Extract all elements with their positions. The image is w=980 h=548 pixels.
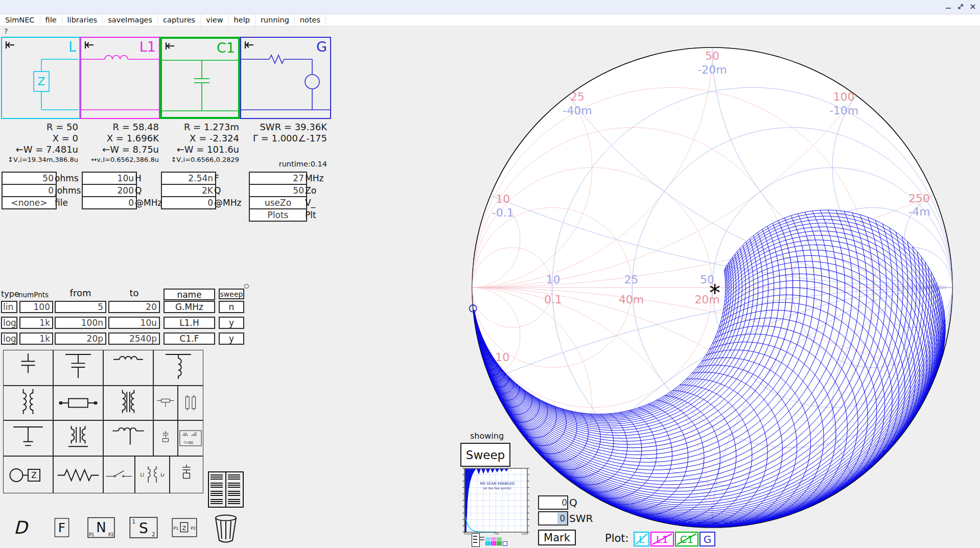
palette-item-list-box[interactable] [208,471,244,508]
sweep-row-2-to[interactable]: 2540p [108,332,160,345]
plot-toggle-l1[interactable]: L1 [650,532,674,546]
smith-rim-label-r-0: 50 [705,50,719,62]
block-G-readout-1: Γ = 1.000∠-175 [199,133,327,144]
palette-item-cap-series[interactable] [3,350,53,386]
plot-toggle-g[interactable]: G [699,532,715,546]
palette-item-ind-shunt[interactable] [153,350,203,386]
palette-item-coil-pair[interactable] [3,386,53,420]
block-G-field-MHz[interactable]: 27 [249,172,307,185]
plot-toggle-l[interactable]: L [634,532,649,546]
swr-input[interactable]: 0 [538,511,568,526]
sweep-row-2-name[interactable]: C1.F [164,332,215,345]
sweep-button[interactable]: Sweep [460,443,510,467]
block-L1-field-Q[interactable]: 200 [82,184,137,197]
menu-item-view[interactable]: view [201,14,228,26]
block-C1-field-F[interactable]: 2.54n [161,172,216,185]
block-L1-field-MHz[interactable]: 0 [82,196,137,209]
smith-chart[interactable]: 50-20m25-40m100-10m10-0.1250-4m10100.125… [467,42,958,533]
palette-item-tline-stub[interactable] [153,386,178,420]
q-input[interactable]: 0 [538,495,568,510]
palette-item-l-pair[interactable]: LlLr [135,456,170,493]
palette-item-mutual[interactable]: LaLbCa [178,420,203,456]
palette-item-cap-shunt[interactable] [53,350,103,386]
sweep-row-2-numpnts[interactable]: 1k [19,332,53,345]
menu-item-help[interactable]: help [229,14,255,26]
sweep-row-2-from[interactable]: 20p [55,332,106,345]
block-L-field-johms[interactable]: 0 [2,184,57,197]
menu-item-simnec[interactable]: SimNEC [0,14,40,26]
palette-item-stub-open[interactable] [3,420,53,456]
plot-label: Plot: [605,532,629,544]
palette-item-s-box[interactable]: 1S2 [125,512,162,543]
palette-item-twin-lines[interactable] [178,386,203,420]
sweep-row-0-type[interactable]: lin [1,301,17,313]
simnec-app: { "window": { "buttons": [ {"name": "min… [0,0,980,548]
palette-item-tline[interactable] [53,386,103,420]
strike-line [635,533,648,545]
palette-item-n-port[interactable]: P1NP2 [83,512,120,543]
sweep-row-0-numpnts[interactable]: 100 [19,301,53,313]
palette-item-cap-line[interactable] [153,420,178,456]
sweep-row-1-name[interactable]: L1.H [164,317,215,329]
block-C1-field-MHz[interactable]: 0 [161,196,216,209]
cap-shunt-icon [54,350,103,385]
block-G[interactable]: G [240,37,331,119]
menu-item-notes[interactable]: notes [295,14,326,26]
block-L-field-file[interactable]: <none> [2,196,57,209]
palette-item-xformer[interactable] [53,420,103,456]
menu-item-libraries[interactable]: libraries [62,14,103,26]
plot-toggle-c1[interactable]: C1 [675,532,698,546]
mark-button[interactable]: Mark [538,530,576,545]
block-G-field-Plt[interactable]: Plots [249,208,307,222]
block-C1-field-Q[interactable]: 2K [161,184,216,197]
sweep-row-0-sweep[interactable]: n [219,301,244,313]
tline-stub-icon [154,386,177,420]
block-G-field-V[interactable]: useZo [249,196,307,209]
block-G-detail: runtime:0.14 [199,160,327,168]
mini-plot-xtick-2: 30000 [521,533,528,535]
legend-swatch-pale-0 [485,537,491,541]
sweep-row-1-numpnts[interactable]: 1k [19,317,53,329]
close-button[interactable] [968,2,978,11]
block-G-field-Zo[interactable]: 50 [249,184,307,197]
palette-item-cap-stub[interactable] [170,456,203,493]
palette-item-source-z[interactable]: Z [3,456,53,493]
help-hint[interactable]: ? [4,27,8,35]
menu-item-file[interactable]: file [40,14,62,26]
sweep-row-0-to[interactable]: 20 [108,301,160,313]
sweep-row-2-sweep[interactable]: y [219,332,244,345]
sweep-row-0-name[interactable]: G.MHz [164,301,215,313]
maximize-button[interactable] [955,2,966,11]
smith-rim-label-r-3: 10 [496,193,510,205]
block-L1-field-H[interactable]: 10u [82,172,137,185]
sweep-header-from: from [55,288,106,298]
sweep-row-1-to[interactable]: 10u [108,317,160,329]
legend-layers-icon[interactable] [472,533,480,547]
palette-item-f-box[interactable]: F [46,512,78,543]
window-titlebar [0,0,980,14]
sweep-row-0-from[interactable]: 5 [55,301,106,313]
block-L[interactable]: ZL [1,37,80,119]
palette-item-z-port[interactable]: P1ZP2 [168,512,201,543]
menu-item-captures[interactable]: captures [158,14,201,26]
sweep-row-2-type[interactable]: log [1,332,17,345]
palette-item-coil-pair-core[interactable] [103,386,153,420]
block-L1[interactable]: L1 [80,37,160,119]
sweep-row-1-sweep[interactable]: y [219,317,244,329]
palette-item-switch[interactable] [103,456,135,493]
palette-item-resistor[interactable] [53,456,103,493]
palette-item-diode-d[interactable]: D [4,512,37,543]
menu-item-running[interactable]: running [255,14,295,26]
block-C1-label: C1 [217,40,235,56]
palette-item-coil-tap[interactable] [103,420,153,456]
minimize-button[interactable] [943,2,953,11]
mini-plot[interactable]: NO SCAN ENABLED(or too few points)300001… [460,467,538,537]
sweep-row-1-type[interactable]: log [1,317,17,329]
sweep-row-1-from[interactable]: 100n [55,317,106,329]
palette-item-ind-series[interactable] [103,350,153,386]
block-L-field-ohms[interactable]: 50 [2,172,57,185]
block-C1[interactable]: C1 [160,37,240,119]
palette-item-trash[interactable] [213,514,239,544]
menu-item-saveimages[interactable]: saveImages [103,14,158,26]
smith-axis-label-g-0: 0.1 [544,293,562,306]
